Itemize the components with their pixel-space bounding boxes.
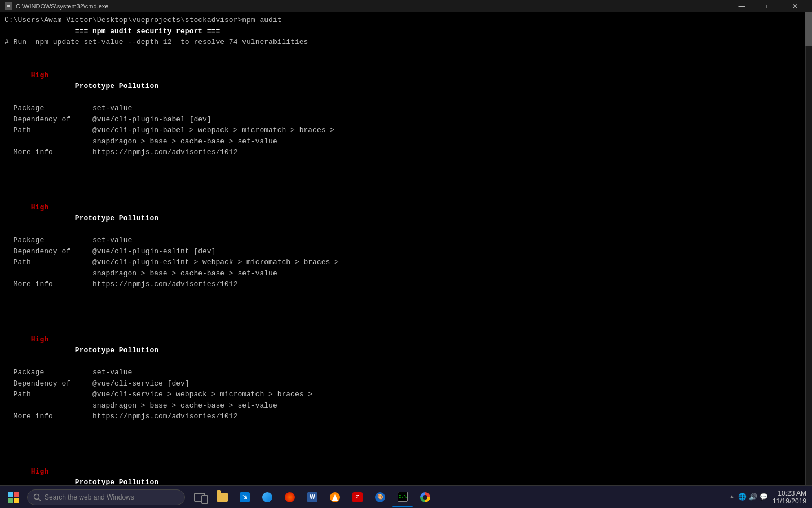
title-2: Prototype Pollution xyxy=(22,214,158,222)
scrollbar-thumb[interactable] xyxy=(805,12,812,46)
edge-icon xyxy=(262,492,272,502)
prompt-line: C:\Users\Awam Victor\Desktop\vueprojects… xyxy=(5,15,807,26)
title-bar-text: C:\WINDOWS\system32\cmd.exe xyxy=(16,3,108,10)
entry-3-moreinfo: More info https://npmjs.com/advisories/1… xyxy=(5,411,807,422)
vlc-icon xyxy=(330,492,340,502)
entry-2-path-label: Path @vue/cli-plugin-eslint > webpack > … xyxy=(5,257,807,268)
entry-3-path-label: Path @vue/cli-service > webpack > microm… xyxy=(5,389,807,400)
action-center-icon[interactable]: 💬 xyxy=(760,493,768,501)
task-view-icon xyxy=(194,493,205,502)
search-icon xyxy=(33,493,41,501)
firefox-icon xyxy=(285,492,295,502)
taskbar-apps: 🛍 W Z 🎨 C:\ xyxy=(185,487,440,507)
entry-1-severity: High Prototype Pollution xyxy=(5,59,807,103)
clock-date: 11/19/2019 xyxy=(773,497,806,505)
cmd-button[interactable]: C:\ xyxy=(392,487,413,507)
cmd-icon: C:\ xyxy=(398,492,408,502)
word-icon: W xyxy=(307,492,317,502)
system-tray: 🌐 🔊 💬 xyxy=(738,493,768,501)
close-button[interactable]: ✕ xyxy=(782,0,807,12)
entry-2-moreinfo: More info https://npmjs.com/advisories/1… xyxy=(5,279,807,290)
folder-icon xyxy=(217,493,228,502)
title-bar-controls: — □ ✕ xyxy=(729,0,807,12)
word-button[interactable]: W xyxy=(302,487,323,507)
start-button[interactable] xyxy=(0,486,27,509)
store-icon: 🛍 xyxy=(240,492,250,502)
entry-2-path-value: snapdragon > base > cache-base > set-val… xyxy=(5,268,807,279)
zoom-icon: Z xyxy=(352,492,363,502)
scrollbar[interactable] xyxy=(805,12,812,485)
severity-high-2: High xyxy=(22,203,48,212)
entry-2-depof: Dependency of @vue/cli-plugin-eslint [de… xyxy=(5,246,807,257)
windows-logo-icon xyxy=(8,492,19,503)
vlc-button[interactable] xyxy=(325,487,345,507)
app7-button[interactable]: 🎨 xyxy=(370,487,390,507)
severity-high-1: High xyxy=(22,71,48,80)
chrome-button[interactable] xyxy=(415,487,435,507)
title-bar-left: ■ C:\WINDOWS\system32\cmd.exe xyxy=(5,2,108,10)
svg-line-1 xyxy=(39,498,41,501)
run-line: # Run npm update set-value --depth 12 to… xyxy=(5,37,807,48)
edge-button[interactable] xyxy=(257,487,277,507)
title-bar: ■ C:\WINDOWS\system32\cmd.exe — □ ✕ xyxy=(0,0,812,12)
zoom-button[interactable]: Z xyxy=(347,487,368,507)
firefox-button[interactable] xyxy=(280,487,300,507)
title-3: Prototype Pollution xyxy=(22,346,158,354)
severity-high-3: High xyxy=(22,335,48,344)
entry-3-package: Package set-value xyxy=(5,367,807,378)
entry-1-path-value: snapdragon > base > cache-base > set-val… xyxy=(5,136,807,147)
maximize-button[interactable]: □ xyxy=(756,0,781,12)
entry-3-severity: High Prototype Pollution xyxy=(5,323,807,367)
network-icon[interactable]: 🌐 xyxy=(738,493,747,501)
header-line: === npm audit security report === xyxy=(5,26,807,37)
task-view-button[interactable] xyxy=(189,487,210,507)
title-1: Prototype Pollution xyxy=(22,82,158,90)
entry-1-path-label: Path @vue/cli-plugin-babel > webpack > m… xyxy=(5,125,807,136)
entry-3-path-value: snapdragon > base > cache-base > set-val… xyxy=(5,400,807,411)
volume-icon[interactable]: 🔊 xyxy=(749,493,757,501)
taskbar-right: ▲ 🌐 🔊 💬 10:23 AM 11/19/2019 xyxy=(725,489,812,505)
entry-1-moreinfo: More info https://npmjs.com/advisories/1… xyxy=(5,147,807,158)
system-clock[interactable]: 10:23 AM 11/19/2019 xyxy=(773,489,806,505)
terminal-window[interactable]: C:\Users\Awam Victor\Desktop\vueprojects… xyxy=(0,12,812,485)
tray-expand-icon[interactable]: ▲ xyxy=(730,494,734,500)
cmd-title-icon: ■ xyxy=(5,2,12,10)
taskbar: Search the web and Windows 🛍 W xyxy=(0,485,812,508)
entry-1-depof: Dependency of @vue/cli-plugin-babel [dev… xyxy=(5,114,807,125)
entry-4-severity: High Prototype Pollution xyxy=(5,455,807,485)
entry-2-severity: High Prototype Pollution xyxy=(5,191,807,235)
app7-icon: 🎨 xyxy=(375,492,385,502)
severity-high-4: High xyxy=(22,467,48,476)
store-button[interactable]: 🛍 xyxy=(235,487,255,507)
entry-2-package: Package set-value xyxy=(5,235,807,246)
taskbar-search-bar[interactable]: Search the web and Windows xyxy=(27,489,185,505)
taskbar-search-text: Search the web and Windows xyxy=(45,493,134,501)
file-explorer-button[interactable] xyxy=(212,487,232,507)
minimize-button[interactable]: — xyxy=(729,0,754,12)
chrome-icon xyxy=(420,492,430,502)
clock-time: 10:23 AM xyxy=(778,489,806,497)
title-4: Prototype Pollution xyxy=(22,478,158,485)
entry-3-depof: Dependency of @vue/cli-service [dev] xyxy=(5,378,807,389)
entry-1-package: Package set-value xyxy=(5,103,807,114)
